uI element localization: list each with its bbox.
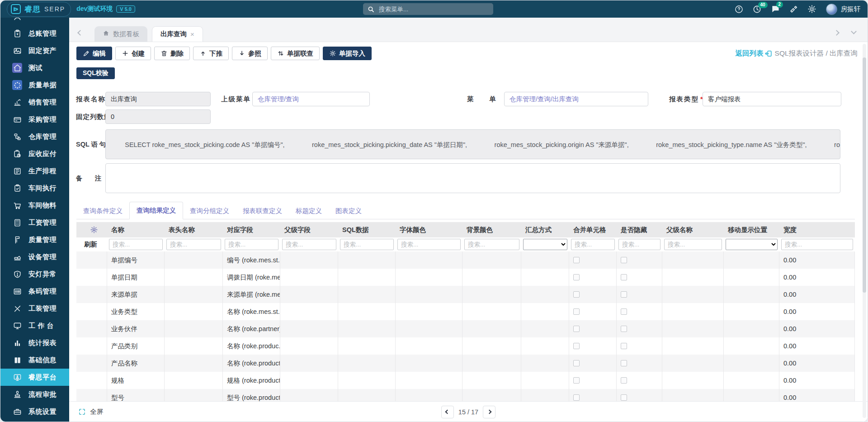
filter-input-合并单元格[interactable] — [571, 239, 615, 250]
definition-tab-图表定义[interactable]: 图表定义 — [329, 203, 368, 219]
menu-input[interactable] — [504, 92, 648, 106]
sidebar-item-工 作 台[interactable]: 工 作 台 — [0, 317, 69, 334]
is-hidden-checkbox[interactable] — [621, 274, 627, 280]
tab-出库查询[interactable]: 出库查询× — [152, 26, 203, 42]
refresh-button[interactable]: 刷新 — [78, 241, 97, 248]
chat-icon[interactable]: 2 — [771, 5, 780, 14]
tabs-scroll-left-icon[interactable] — [78, 28, 82, 37]
definition-tab-查询条件定义[interactable]: 查询条件定义 — [76, 203, 129, 219]
fixed-cols-input[interactable] — [105, 109, 211, 124]
back-to-list-link[interactable]: 返回列表 — [736, 49, 772, 58]
wrench-icon[interactable] — [789, 5, 798, 14]
sidebar-item-车间物料[interactable]: 车间物料 — [0, 197, 69, 214]
table-row[interactable]: 型号型号 (roke.product)0.00 — [76, 389, 855, 402]
definition-tab-报表联查定义[interactable]: 报表联查定义 — [236, 203, 289, 219]
table-row[interactable]: 产品类别名称 (roke.produc...0.00 — [76, 337, 855, 355]
sidebar-item-质量管理[interactable]: 质量管理 — [0, 231, 69, 248]
parent-menu-input[interactable] — [252, 92, 370, 106]
filter-input-父级名称[interactable] — [664, 239, 722, 250]
tabs-scroll-right-icon[interactable] — [835, 28, 839, 37]
sidebar-item-安灯异常[interactable]: 安灯异常 — [0, 266, 69, 283]
sidebar-item-销售管理[interactable]: 销售管理 — [0, 94, 69, 111]
sidebar-item-睿思平台[interactable]: 睿思平台 — [0, 369, 69, 386]
filter-input-宽度[interactable] — [781, 239, 853, 250]
sidebar-item-采购管理[interactable]: 采购管理 — [0, 111, 69, 128]
sidebar-item-质量单据[interactable]: 质量单据 — [0, 76, 69, 94]
sidebar-item-总账管理[interactable]: ¥总账管理 — [0, 25, 69, 42]
username[interactable]: 房振轩 — [841, 5, 861, 14]
toolbar-button-单据联查[interactable]: 单据联查 — [271, 47, 320, 60]
report-type-input[interactable] — [703, 92, 841, 106]
is-hidden-checkbox[interactable] — [621, 326, 627, 332]
sidebar-item-user[interactable] — [0, 18, 69, 25]
filter-input-名称[interactable] — [109, 239, 163, 250]
sidebar-item-条码管理[interactable]: 条码管理 — [0, 283, 69, 300]
help-icon[interactable] — [735, 5, 743, 14]
grid-settings-gear-icon[interactable] — [80, 226, 107, 234]
user-avatar[interactable] — [826, 4, 837, 15]
filter-select-移动显示位置[interactable] — [726, 239, 778, 250]
merge-cells-checkbox[interactable] — [573, 308, 580, 315]
merge-cells-checkbox[interactable] — [573, 257, 580, 263]
merge-cells-checkbox[interactable] — [573, 360, 580, 366]
gear-icon[interactable] — [807, 5, 816, 14]
sidebar-item-设备管理[interactable]: 设备管理 — [0, 248, 69, 266]
is-hidden-checkbox[interactable] — [621, 377, 627, 384]
sidebar-item-车间执行[interactable]: 车间执行 — [0, 180, 69, 197]
table-row[interactable]: 规格规格 (roke.product)0.00 — [76, 372, 855, 389]
is-hidden-checkbox[interactable] — [621, 343, 627, 349]
is-hidden-checkbox[interactable] — [621, 308, 627, 315]
sidebar-item-基础信息[interactable]: 基础信息 — [0, 351, 69, 369]
sidebar-item-工资管理[interactable]: 工资管理 — [0, 214, 69, 231]
table-row[interactable]: 业务伙伴名称 (roke.partner)0.00 — [76, 320, 855, 337]
prev-page-button[interactable] — [441, 406, 454, 418]
sidebar-item-工装管理[interactable]: 工装管理 — [0, 300, 69, 317]
toolbar-button-下推[interactable]: 下推 — [193, 47, 229, 60]
merge-cells-checkbox[interactable] — [573, 343, 580, 349]
toolbar-button-参照[interactable]: 参照 — [232, 47, 268, 60]
definition-tab-查询结果定义[interactable]: 查询结果定义 — [129, 202, 183, 219]
sidebar-item-仓库管理[interactable]: 仓库管理 — [0, 128, 69, 145]
merge-cells-checkbox[interactable] — [573, 291, 580, 298]
is-hidden-checkbox[interactable] — [621, 394, 627, 401]
table-row[interactable]: 单据日期调拨日期 (roke.me...0.00 — [76, 269, 855, 286]
remark-box[interactable] — [105, 163, 840, 193]
filter-input-表头名称[interactable] — [166, 239, 221, 250]
search-input[interactable] — [378, 5, 489, 13]
table-row[interactable]: 业务类型名称 (roke.mes.st...0.00 — [76, 303, 855, 320]
is-hidden-checkbox[interactable] — [621, 291, 627, 298]
tabs-list-dropdown-icon[interactable] — [852, 27, 856, 35]
merge-cells-checkbox[interactable] — [573, 274, 580, 280]
toolbar-button-单据导入[interactable]: 单据导入 — [323, 47, 372, 60]
table-row[interactable]: 来源单据来源单据 (roke.me...0.00 — [76, 286, 855, 303]
sidebar-item-测试[interactable]: 测试 — [0, 59, 69, 76]
next-page-button[interactable] — [483, 406, 495, 418]
filter-input-父级字段[interactable] — [282, 239, 336, 250]
filter-input-背景颜色[interactable] — [464, 239, 519, 250]
definition-tab-标题定义[interactable]: 标题定义 — [289, 203, 329, 219]
report-name-input[interactable] — [105, 92, 211, 106]
filter-input-对应字段[interactable] — [225, 239, 278, 250]
merge-cells-checkbox[interactable] — [573, 377, 580, 384]
sidebar-item-系统设置[interactable]: 系统设置 — [0, 403, 69, 420]
filter-select-汇总方式[interactable] — [523, 239, 567, 250]
table-row[interactable]: 单据编号编号 (roke.mes.st...0.00 — [76, 251, 855, 269]
toolbar-button-删除[interactable]: 删除 — [154, 47, 190, 60]
sidebar-item-生产排程[interactable]: 生产排程 — [0, 162, 69, 180]
toolbar-button-创建[interactable]: 创建 — [115, 47, 151, 60]
sidebar-item-应收应付[interactable]: 应收应付 — [0, 145, 69, 162]
merge-cells-checkbox[interactable] — [573, 326, 580, 332]
is-hidden-checkbox[interactable] — [621, 360, 627, 366]
merge-cells-checkbox[interactable] — [573, 394, 580, 401]
scrollbar-thumb[interactable] — [863, 57, 866, 293]
filter-input-SQL数据[interactable] — [340, 239, 394, 250]
definition-tab-查询分组定义[interactable]: 查询分组定义 — [183, 203, 236, 219]
sidebar-item-统计报表[interactable]: 统计报表 — [0, 334, 69, 351]
sql-check-button[interactable]: SQL校验 — [76, 67, 115, 79]
toolbar-button-编辑[interactable]: 编辑 — [76, 47, 112, 60]
sidebar-item-固定资产[interactable]: 固定资产 — [0, 42, 69, 59]
sidebar-item-流程审批[interactable]: 流程审批 — [0, 386, 69, 403]
tab-数据看板[interactable]: 数据看板 — [94, 26, 147, 42]
filter-input-是否隐藏[interactable] — [618, 239, 660, 250]
is-hidden-checkbox[interactable] — [621, 257, 627, 263]
